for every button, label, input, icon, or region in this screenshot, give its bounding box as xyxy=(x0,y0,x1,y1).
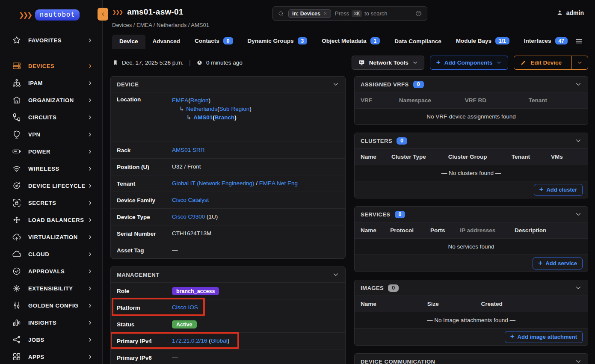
column-header-vrf-rd: VRF RD xyxy=(465,97,529,104)
sidebar-item-favorites[interactable]: FAVORITES xyxy=(0,32,102,49)
column-header-size: Size xyxy=(427,301,481,307)
tab-device[interactable]: Device xyxy=(112,35,145,49)
add-image-attachment-button[interactable]: +Add image attachment xyxy=(505,331,583,343)
column-header-namespace: Namespace xyxy=(399,97,465,104)
sidebar-item-circuits[interactable]: CIRCUITS xyxy=(0,109,102,126)
chevron-right-icon xyxy=(87,269,93,274)
tab-object-metadata[interactable]: Object Metadata1 xyxy=(314,34,387,49)
field-value: Cisco C9300 (1U) xyxy=(172,213,218,221)
column-header-cluster-group: Cluster Group xyxy=(448,154,512,160)
sidebar-item-virtualization[interactable]: VIRTUALIZATION xyxy=(0,228,102,246)
edit-device-button[interactable]: Edit Device xyxy=(514,56,588,70)
load-balancers-icon xyxy=(12,215,22,225)
search-scope-chip[interactable]: in: Devices xyxy=(288,9,331,18)
tab-count-badge: 47 xyxy=(555,37,568,44)
logo-text: nautobot xyxy=(35,9,80,21)
add-components-button[interactable]: + Add Components xyxy=(430,56,508,70)
field-label: Rack xyxy=(117,147,172,154)
sidebar-item-load-balancers[interactable]: LOAD BALANCERS xyxy=(0,211,102,228)
panel-count-badge: 0 xyxy=(395,211,406,218)
panel-title: SERVICES xyxy=(361,211,391,218)
title-chevrons-icon: ❯❯❯ xyxy=(112,9,122,15)
empty-state-message: — No VRF-device assignments found — xyxy=(355,108,588,124)
tab-count-badge: 1 xyxy=(370,37,380,44)
panel-footer: +Add cluster xyxy=(355,181,588,198)
panel-header: DEVICE COMMUNICATION xyxy=(355,354,588,364)
tab-count-badge: 3 xyxy=(298,37,308,44)
chevron-down-icon[interactable] xyxy=(575,81,582,88)
panel-title: ASSIGNED VRFS xyxy=(361,81,409,88)
chevron-down-icon[interactable] xyxy=(575,211,582,218)
add-cluster-button[interactable]: +Add cluster xyxy=(534,184,583,196)
column-header-cluster-type: Cluster Type xyxy=(391,154,448,160)
network-tools-button[interactable]: Network Tools xyxy=(352,56,424,70)
field-row-status: StatusActive xyxy=(111,316,345,332)
sidebar-collapse-button[interactable] xyxy=(98,8,108,21)
table-header-row: VRFNamespaceVRF RDTenant xyxy=(355,92,588,108)
object-meta: Dec. 17, 2025 5:26 p.m. | 0 minutes ago xyxy=(112,59,243,66)
content: Dec. 17, 2025 5:26 p.m. | 0 minutes ago … xyxy=(103,49,595,364)
wireless-icon xyxy=(12,163,22,174)
field-row-serial-number: Serial NumberCTH1624T13M xyxy=(111,225,345,242)
search-placeholder: Press ⌘K to search xyxy=(335,10,388,17)
sidebar-item-cloud[interactable]: CLOUD xyxy=(0,246,102,263)
panel-count-badge: 0 xyxy=(388,284,399,292)
chevron-right-icon xyxy=(87,252,93,257)
tab-data-compliance[interactable]: Data Compliance xyxy=(387,35,449,49)
nautobot-logo[interactable]: ❯❯❯ nautobot xyxy=(0,0,102,30)
created-timestamp: Dec. 17, 2025 5:26 p.m. xyxy=(122,59,184,66)
chevron-down-icon[interactable] xyxy=(575,358,582,364)
user-menu[interactable]: admin xyxy=(556,9,584,16)
tabs-overflow-menu-icon[interactable] xyxy=(575,37,583,45)
field-row-device-family: Device FamilyCisco Catalyst xyxy=(111,192,345,208)
field-row-asset-tag: Asset Tag— xyxy=(111,242,345,258)
empty-state-message: — No clusters found — xyxy=(355,165,588,181)
panel-title: DEVICE xyxy=(117,81,139,88)
tab-advanced[interactable]: Advanced xyxy=(145,35,188,49)
left-column: DEVICELocationEMEA (Region)↳Netherlands … xyxy=(110,76,346,364)
tab-count-badge: 1/1 xyxy=(495,37,509,44)
panel-header: MANAGEMENT xyxy=(111,267,345,282)
field-value: branch_access xyxy=(172,287,219,295)
apps-icon xyxy=(12,352,22,362)
chevron-down-icon[interactable] xyxy=(575,137,582,144)
chevron-down-icon[interactable] xyxy=(332,271,339,278)
tab-contacts[interactable]: Contacts0 xyxy=(187,34,240,49)
sidebar-item-insights[interactable]: INSIGHTS xyxy=(0,314,102,331)
sidebar-item-golden-config[interactable]: GOLDEN CONFIG xyxy=(0,297,102,314)
sidebar-item-organization[interactable]: ORGANIZATION xyxy=(0,92,102,109)
sidebar-item-vpn[interactable]: VPN xyxy=(0,126,102,143)
sidebar-item-ipam[interactable]: IPAM xyxy=(0,74,102,92)
sidebar-item-devices[interactable]: DEVICES xyxy=(0,57,102,74)
sidebar-item-power[interactable]: POWER xyxy=(0,143,102,160)
remove-scope-icon[interactable] xyxy=(323,12,327,15)
sidebar-item-apps[interactable]: APPS xyxy=(0,348,102,364)
chevron-right-icon xyxy=(87,183,93,189)
tab-interfaces[interactable]: Interfaces47 xyxy=(517,34,575,49)
field-row-primary-ipv6: Primary IPv6— xyxy=(111,349,345,364)
field-label: Tenant xyxy=(117,181,172,187)
logo-chevrons-icon: ❯❯❯ xyxy=(19,11,31,19)
sidebar-item-jobs[interactable]: JOBS xyxy=(0,331,102,348)
global-search-input[interactable]: in: Devices Press ⌘K to search xyxy=(272,6,427,21)
breadcrumb[interactable]: Devices / EMEA / Netherlands / AMS01 xyxy=(112,22,209,28)
panel-count-badge: 0 xyxy=(397,137,407,145)
sidebar-item-device-lifecycle[interactable]: DEVICE LIFECYCLE xyxy=(0,177,102,194)
column-header-description: Description xyxy=(515,227,582,234)
help-icon[interactable] xyxy=(415,10,422,17)
add-service-button[interactable]: +Add service xyxy=(533,257,583,269)
sidebar-item-wireless[interactable]: WIRELESS xyxy=(0,160,102,177)
edit-device-dropdown[interactable] xyxy=(571,56,588,69)
secrets-icon xyxy=(12,198,22,208)
tab-dynamic-groups[interactable]: Dynamic Groups3 xyxy=(240,34,315,49)
chevron-down-icon[interactable] xyxy=(575,284,582,291)
sidebar-item-approvals[interactable]: APPROVALS xyxy=(0,263,102,280)
sidebar-item-extensibility[interactable]: EXTENSIBILITY xyxy=(0,280,102,297)
column-header-tenant: Tenant xyxy=(512,154,551,160)
last-updated: 0 minutes ago xyxy=(206,59,243,66)
ipam-icon xyxy=(12,78,22,88)
tabs-bar: DeviceAdvancedContacts0Dynamic Groups3Ob… xyxy=(103,33,595,49)
tab-module-bays[interactable]: Module Bays1/1 xyxy=(449,34,517,49)
chevron-down-icon[interactable] xyxy=(332,81,339,88)
sidebar-item-secrets[interactable]: SECRETS xyxy=(0,194,102,211)
